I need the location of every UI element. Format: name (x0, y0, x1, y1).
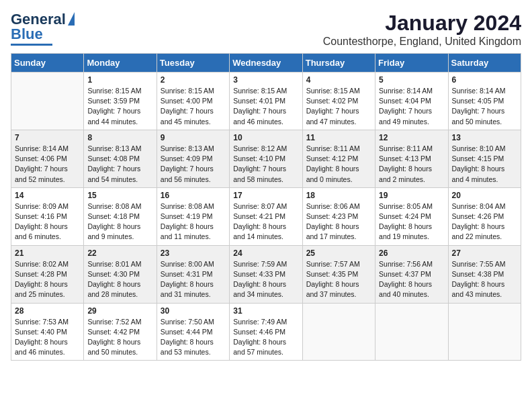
calendar-cell: 29Sunrise: 7:52 AMSunset: 4:42 PMDayligh… (84, 303, 157, 361)
calendar-cell (11, 73, 84, 130)
day-info: Sunrise: 8:06 AMSunset: 4:23 PMDaylight:… (306, 201, 371, 242)
calendar-cell: 31Sunrise: 7:49 AMSunset: 4:46 PMDayligh… (230, 303, 302, 361)
col-saturday: Saturday (448, 54, 521, 73)
day-info: Sunrise: 8:14 AMSunset: 4:05 PMDaylight:… (452, 86, 517, 127)
col-tuesday: Tuesday (157, 54, 229, 73)
day-number: 6 (452, 75, 517, 85)
calendar-week-row: 14Sunrise: 8:09 AMSunset: 4:16 PMDayligh… (11, 187, 521, 245)
day-info: Sunrise: 7:55 AMSunset: 4:38 PMDaylight:… (452, 259, 517, 300)
day-info: Sunrise: 8:08 AMSunset: 4:19 PMDaylight:… (161, 201, 226, 242)
page-subtitle: Countesthorpe, England, United Kingdom (323, 36, 521, 48)
calendar-cell: 21Sunrise: 8:02 AMSunset: 4:28 PMDayligh… (11, 245, 84, 303)
calendar-cell: 26Sunrise: 7:56 AMSunset: 4:37 PMDayligh… (375, 245, 448, 303)
day-info: Sunrise: 7:53 AMSunset: 4:40 PMDaylight:… (15, 317, 80, 358)
calendar-week-row: 1Sunrise: 8:15 AMSunset: 3:59 PMDaylight… (11, 73, 521, 130)
calendar-cell: 27Sunrise: 7:55 AMSunset: 4:38 PMDayligh… (448, 245, 521, 303)
calendar-cell: 23Sunrise: 8:00 AMSunset: 4:31 PMDayligh… (157, 245, 229, 303)
day-number: 20 (452, 191, 517, 200)
day-info: Sunrise: 8:07 AMSunset: 4:21 PMDaylight:… (233, 201, 298, 242)
day-number: 28 (15, 306, 80, 316)
day-number: 4 (306, 75, 371, 85)
day-number: 8 (87, 133, 152, 142)
day-info: Sunrise: 7:52 AMSunset: 4:42 PMDaylight:… (87, 317, 152, 358)
col-monday: Monday (84, 54, 157, 73)
day-number: 19 (379, 191, 444, 200)
calendar-cell: 28Sunrise: 7:53 AMSunset: 4:40 PMDayligh… (11, 303, 84, 361)
calendar-week-row: 28Sunrise: 7:53 AMSunset: 4:40 PMDayligh… (11, 303, 521, 361)
calendar-cell: 10Sunrise: 8:12 AMSunset: 4:10 PMDayligh… (230, 130, 302, 187)
day-info: Sunrise: 8:15 AMSunset: 4:01 PMDaylight:… (233, 86, 298, 127)
calendar-cell: 7Sunrise: 8:14 AMSunset: 4:06 PMDaylight… (11, 130, 84, 187)
calendar-cell: 9Sunrise: 8:13 AMSunset: 4:09 PMDaylight… (157, 130, 229, 187)
day-number: 17 (233, 191, 298, 200)
page-title: January 2024 (323, 11, 521, 36)
logo-blue: Blue (11, 26, 43, 43)
calendar-cell: 18Sunrise: 8:06 AMSunset: 4:23 PMDayligh… (302, 187, 375, 245)
calendar-week-row: 7Sunrise: 8:14 AMSunset: 4:06 PMDaylight… (11, 130, 521, 187)
calendar-cell: 16Sunrise: 8:08 AMSunset: 4:19 PMDayligh… (157, 187, 229, 245)
day-info: Sunrise: 8:15 AMSunset: 4:00 PMDaylight:… (161, 86, 226, 127)
calendar-cell: 6Sunrise: 8:14 AMSunset: 4:05 PMDaylight… (448, 73, 521, 130)
day-info: Sunrise: 8:13 AMSunset: 4:08 PMDaylight:… (87, 144, 152, 185)
day-number: 9 (161, 133, 226, 142)
calendar-cell: 25Sunrise: 7:57 AMSunset: 4:35 PMDayligh… (302, 245, 375, 303)
day-info: Sunrise: 8:11 AMSunset: 4:13 PMDaylight:… (379, 144, 444, 185)
calendar-cell: 30Sunrise: 7:50 AMSunset: 4:44 PMDayligh… (157, 303, 229, 361)
day-info: Sunrise: 8:13 AMSunset: 4:09 PMDaylight:… (161, 144, 226, 185)
day-number: 10 (233, 133, 298, 142)
calendar-cell: 17Sunrise: 8:07 AMSunset: 4:21 PMDayligh… (230, 187, 302, 245)
day-info: Sunrise: 8:11 AMSunset: 4:12 PMDaylight:… (306, 144, 371, 185)
calendar-cell: 24Sunrise: 7:59 AMSunset: 4:33 PMDayligh… (230, 245, 302, 303)
day-number: 21 (15, 248, 80, 258)
day-info: Sunrise: 8:12 AMSunset: 4:10 PMDaylight:… (233, 144, 298, 185)
day-number: 31 (233, 306, 298, 316)
title-block: January 2024 Countesthorpe, England, Uni… (323, 11, 521, 48)
day-number: 5 (379, 75, 444, 85)
page-header: General Blue January 2024 Countesthorpe,… (11, 11, 521, 48)
day-info: Sunrise: 8:15 AMSunset: 3:59 PMDaylight:… (87, 86, 152, 127)
calendar-cell: 4Sunrise: 8:15 AMSunset: 4:02 PMDaylight… (302, 73, 375, 130)
day-info: Sunrise: 7:57 AMSunset: 4:35 PMDaylight:… (306, 259, 371, 300)
day-number: 2 (161, 75, 226, 85)
calendar-cell: 13Sunrise: 8:10 AMSunset: 4:15 PMDayligh… (448, 130, 521, 187)
calendar-header-row: Sunday Monday Tuesday Wednesday Thursday… (11, 54, 521, 73)
day-number: 27 (452, 248, 517, 258)
calendar-cell (302, 303, 375, 361)
day-number: 24 (233, 248, 298, 258)
day-info: Sunrise: 7:50 AMSunset: 4:44 PMDaylight:… (161, 317, 226, 358)
day-number: 18 (306, 191, 371, 200)
col-wednesday: Wednesday (230, 54, 302, 73)
calendar-cell: 15Sunrise: 8:08 AMSunset: 4:18 PMDayligh… (84, 187, 157, 245)
calendar-table: Sunday Monday Tuesday Wednesday Thursday… (11, 53, 521, 361)
logo: General Blue (11, 11, 75, 46)
day-info: Sunrise: 8:04 AMSunset: 4:26 PMDaylight:… (452, 201, 517, 242)
calendar-cell: 1Sunrise: 8:15 AMSunset: 3:59 PMDaylight… (84, 73, 157, 130)
day-number: 7 (15, 133, 80, 142)
day-info: Sunrise: 7:49 AMSunset: 4:46 PMDaylight:… (233, 317, 298, 358)
day-number: 14 (15, 191, 80, 200)
day-number: 15 (87, 191, 152, 200)
day-number: 13 (452, 133, 517, 142)
day-number: 12 (379, 133, 444, 142)
day-number: 16 (161, 191, 226, 200)
day-number: 25 (306, 248, 371, 258)
col-sunday: Sunday (11, 54, 84, 73)
calendar-cell: 11Sunrise: 8:11 AMSunset: 4:12 PMDayligh… (302, 130, 375, 187)
col-friday: Friday (375, 54, 448, 73)
day-number: 23 (161, 248, 226, 258)
day-info: Sunrise: 8:14 AMSunset: 4:04 PMDaylight:… (379, 86, 444, 127)
calendar-cell (375, 303, 448, 361)
calendar-cell: 14Sunrise: 8:09 AMSunset: 4:16 PMDayligh… (11, 187, 84, 245)
day-info: Sunrise: 8:01 AMSunset: 4:30 PMDaylight:… (87, 259, 152, 300)
day-info: Sunrise: 8:10 AMSunset: 4:15 PMDaylight:… (452, 144, 517, 185)
day-info: Sunrise: 8:00 AMSunset: 4:31 PMDaylight:… (161, 259, 226, 300)
day-info: Sunrise: 8:09 AMSunset: 4:16 PMDaylight:… (15, 201, 80, 242)
day-number: 3 (233, 75, 298, 85)
calendar-cell: 12Sunrise: 8:11 AMSunset: 4:13 PMDayligh… (375, 130, 448, 187)
day-info: Sunrise: 8:08 AMSunset: 4:18 PMDaylight:… (87, 201, 152, 242)
day-number: 30 (161, 306, 226, 316)
calendar-cell: 22Sunrise: 8:01 AMSunset: 4:30 PMDayligh… (84, 245, 157, 303)
logo-triangle-icon (68, 12, 75, 26)
calendar-cell: 20Sunrise: 8:04 AMSunset: 4:26 PMDayligh… (448, 187, 521, 245)
day-number: 26 (379, 248, 444, 258)
